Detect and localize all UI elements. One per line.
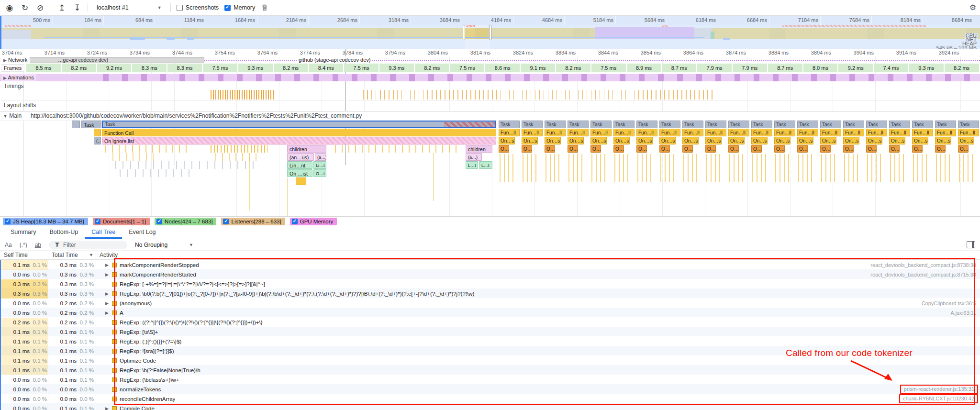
- frame-duration-cell[interactable]: 8.0 ms: [803, 64, 838, 72]
- ignore-list-bar[interactable]: O…t: [751, 145, 762, 153]
- function-call-bar[interactable]: Fun…ll: [728, 129, 749, 136]
- function-call-bar[interactable]: Fun…ll: [958, 129, 979, 136]
- memory-checkbox[interactable]: [224, 5, 231, 11]
- ignore-list-bar[interactable]: On…st: [958, 137, 974, 144]
- ignore-list-bar[interactable]: O…t: [889, 145, 900, 153]
- disclosure-triangle-icon[interactable]: ▶: [105, 291, 109, 296]
- regex-toggle[interactable]: (.*): [20, 242, 27, 248]
- counter-chip[interactable]: JS Heap[18.3 MB – 34.7 MB]: [3, 218, 88, 225]
- function-call-bar[interactable]: Fun…ll: [522, 129, 543, 136]
- filter-input[interactable]: Filter: [49, 241, 127, 249]
- task-bar[interactable]: [72, 121, 80, 128]
- frame-duration-cell[interactable]: 7.5 ms: [591, 64, 626, 72]
- task-bar[interactable]: Task: [797, 121, 818, 128]
- screenshots-checkbox[interactable]: [177, 5, 183, 11]
- detail-tab[interactable]: Summary: [4, 226, 43, 239]
- ignore-list-bar[interactable]: On…st: [751, 137, 768, 144]
- table-row[interactable]: 0.1 ms 0.1 % 0.1 ms 0.1 % ▶ RegExp: \b(?…: [1, 365, 980, 375]
- selection-handle-right[interactable]: [489, 25, 491, 40]
- ignore-list-bar[interactable]: O…t: [705, 145, 716, 153]
- network-request-bar[interactable]: …ge-api codecov dev): [8, 57, 204, 63]
- column-header-self-time[interactable]: Self Time: [4, 251, 28, 259]
- table-row[interactable]: 0.0 ms 0.0 % 0.1 ms 0.1 % ▶ Compile Code: [1, 403, 980, 410]
- frame-duration-cell[interactable]: 9.3 ms: [909, 64, 944, 72]
- table-row[interactable]: 0.0 ms 0.0 % 0.2 ms 0.2 % ▶ (anonymous) …: [1, 298, 980, 308]
- source-location-link[interactable]: A.jsx:63:11: [950, 308, 980, 318]
- save-profile-icon[interactable]: ↧: [72, 4, 82, 12]
- function-call-bar[interactable]: Fun…ll: [659, 129, 680, 136]
- ignore-list-bar[interactable]: O…t: [313, 169, 326, 177]
- main-thread-header[interactable]: ▼ Main — http://localhost:3000/github/co…: [0, 111, 980, 121]
- counter-checkbox[interactable]: [223, 219, 229, 224]
- task-bar[interactable]: Task: [728, 121, 749, 128]
- task-bar[interactable]: Task: [613, 121, 635, 128]
- function-call-bar[interactable]: Fun…ll: [866, 129, 887, 136]
- task-bar[interactable]: Task: [866, 121, 887, 128]
- ignore-list-bar[interactable]: On…st: [499, 137, 515, 144]
- column-header-total-time[interactable]: Total Time: [52, 251, 78, 259]
- function-call-bar[interactable]: Fun…ll: [682, 129, 703, 136]
- task-bar[interactable]: Task: [820, 121, 841, 128]
- ignore-list-bar[interactable]: O…t: [545, 145, 555, 153]
- ignore-list-bar[interactable]: On…st: [797, 137, 813, 144]
- frame-duration-cell[interactable]: 8.2 ms: [945, 64, 979, 72]
- disclosure-triangle-icon[interactable]: ▶: [105, 263, 109, 267]
- anonymous-bar[interactable]: (…: [94, 137, 101, 144]
- collect-garbage-icon[interactable]: [261, 4, 268, 11]
- ignore-list-bar[interactable]: O…t: [797, 145, 808, 153]
- task-bar[interactable]: Task: [545, 121, 566, 128]
- frame-duration-cell[interactable]: 7.5 ms: [344, 64, 379, 72]
- task-bar[interactable]: Task: [889, 121, 910, 128]
- function-call-bar[interactable]: Fun…ll: [797, 129, 818, 136]
- sort-descending-icon[interactable]: ▼: [89, 251, 93, 259]
- function-call-bar[interactable]: Fun…ll: [613, 129, 635, 136]
- frames-track[interactable]: 8.5 ms8.2 ms9.2 ms8.3 ms8.3 ms7.5 ms9.3 …: [0, 64, 980, 72]
- ignore-list-bar[interactable]: On…st: [935, 137, 951, 144]
- detail-time-ruler[interactable]: 3704 ms3714 ms3724 ms3734 ms3744 ms3754 …: [0, 49, 980, 56]
- ignore-list-bar[interactable]: O…t: [590, 145, 601, 153]
- table-row[interactable]: 0.1 ms 0.1 % 0.1 ms 0.1 % ▶ Optimize Cod…: [1, 355, 980, 365]
- counter-checkbox[interactable]: [156, 219, 162, 224]
- task-bar[interactable]: Task: [659, 121, 680, 128]
- function-call-bar[interactable]: Fun…ll: [935, 129, 956, 136]
- memory-checkbox-row[interactable]: Memory: [224, 4, 255, 11]
- detail-tab[interactable]: Event Log: [122, 226, 162, 239]
- ignore-list-bar[interactable]: On…st: [636, 137, 653, 144]
- ignore-list-bar[interactable]: On…st: [866, 137, 882, 144]
- frame-duration-cell[interactable]: 8.2 ms: [415, 64, 449, 72]
- timings-track-label[interactable]: Timings: [4, 83, 24, 89]
- counter-chip[interactable]: Listeners[288 – 633]: [221, 218, 285, 225]
- ignore-list-bar[interactable]: On…st: [912, 137, 928, 144]
- frame-duration-cell[interactable]: 8.7 ms: [768, 64, 802, 72]
- ignore-list-bar[interactable]: O…t: [958, 145, 969, 153]
- grouping-select[interactable]: No Grouping ▼: [135, 242, 193, 248]
- children-bar[interactable]: children: [466, 145, 492, 153]
- function-call-bar[interactable]: Fun…ll: [774, 129, 795, 136]
- function-call-bar[interactable]: Function Call: [102, 129, 496, 136]
- task-bar[interactable]: Task: [958, 121, 979, 128]
- ignore-list-bar[interactable]: On…st: [522, 137, 538, 144]
- ignore-list-bar[interactable]: On…st: [545, 137, 561, 144]
- ignore-list-bar[interactable]: O…t: [912, 145, 923, 153]
- detail-tab[interactable]: Call Tree: [85, 226, 122, 239]
- task-bar[interactable]: Task: [499, 121, 520, 128]
- disclosure-triangle-icon[interactable]: ▶: [105, 272, 109, 277]
- counter-checkbox[interactable]: [5, 219, 11, 224]
- ignore-list-bar[interactable]: On…st: [590, 137, 607, 144]
- clear-icon[interactable]: ⊘: [35, 4, 45, 12]
- screenshots-checkbox-row[interactable]: Screenshots: [177, 4, 219, 11]
- function-call-bar[interactable]: Fun…ll: [499, 129, 520, 136]
- frame-duration-cell[interactable]: 8.2 ms: [556, 64, 590, 72]
- record-icon[interactable]: ◉: [5, 4, 14, 12]
- match-case-toggle[interactable]: Aa: [5, 242, 12, 248]
- function-call-bar[interactable]: Fun…ll: [636, 129, 657, 136]
- animations-track[interactable]: ▶ Animations: [0, 74, 980, 81]
- table-row[interactable]: 0.1 ms 0.1 % 0.1 ms 0.1 % ▶ RegExp: [\s\…: [1, 327, 980, 336]
- ignore-list-bar[interactable]: On…st: [682, 137, 699, 144]
- network-request-label[interactable]: github (stage-api codecov dev): [297, 56, 372, 63]
- children-bar[interactable]: children: [287, 145, 326, 153]
- ignore-list-bar[interactable]: O…t: [774, 145, 785, 153]
- function-call-bar[interactable]: Fun…ll: [751, 129, 772, 136]
- collapse-triangle-icon[interactable]: ▼: [3, 113, 8, 119]
- frame-duration-cell[interactable]: 8.2 ms: [62, 64, 96, 72]
